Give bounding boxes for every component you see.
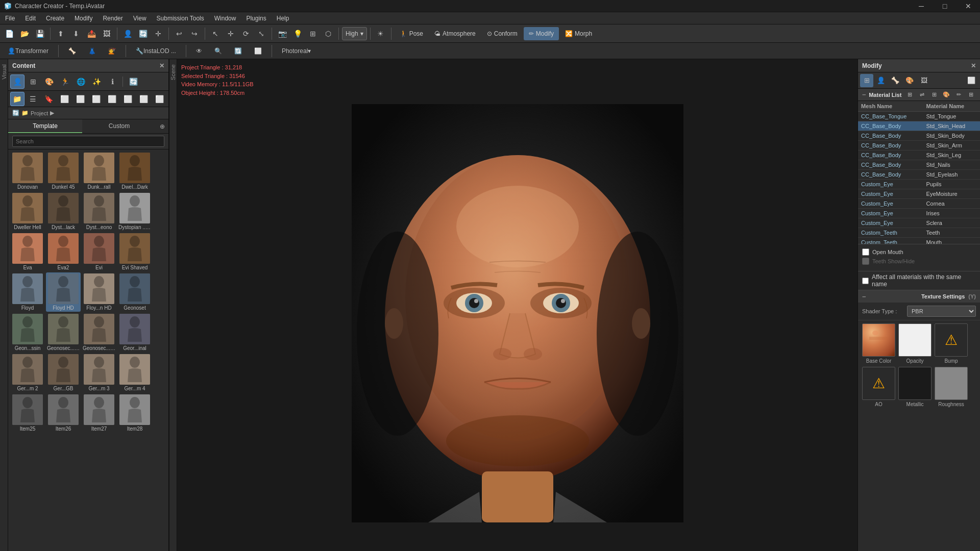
undo-button[interactable]: ↩ xyxy=(172,27,186,41)
content-item[interactable]: Geor...inal xyxy=(117,313,152,352)
mat-arrows-icon[interactable]: ⇌ xyxy=(917,90,927,100)
quality-dropdown[interactable]: High ▾ xyxy=(342,27,367,40)
info-icon-btn[interactable]: ℹ xyxy=(105,74,119,89)
modify-mode-button[interactable]: ✏ Modify xyxy=(524,27,559,40)
shader-type-select[interactable]: PBR Std Unlit xyxy=(907,306,976,317)
menu-modify[interactable]: Modify xyxy=(69,12,97,24)
table-row[interactable]: Custom_EyeSclera xyxy=(858,218,980,228)
content-item[interactable]: Dystopian ...ja White A xyxy=(117,192,152,231)
table-row[interactable]: Custom_EyePupils xyxy=(858,180,980,189)
content-item[interactable]: Eva xyxy=(10,232,45,271)
mat-filter-icon[interactable]: ⊞ xyxy=(929,90,939,100)
morph-mode-button[interactable]: 🔀 Morph xyxy=(560,27,597,40)
scene-icon-btn[interactable]: 🌐 xyxy=(74,74,88,89)
redo-button[interactable]: ↪ xyxy=(187,27,202,41)
rotate3d-button[interactable]: ⟳ xyxy=(239,27,253,41)
scale-button[interactable]: ⤡ xyxy=(254,27,268,41)
box4-icon-btn[interactable]: ⬜ xyxy=(120,92,135,106)
rotate-button[interactable]: 🔄 xyxy=(136,27,150,41)
accessories-icon-btn[interactable]: ⊞ xyxy=(26,74,40,89)
mat-add-icon[interactable]: ⊞ xyxy=(966,90,976,100)
content-item[interactable]: Evi Shaved xyxy=(117,232,152,271)
content-item[interactable]: Dunkel 45 xyxy=(46,152,81,191)
content-item[interactable]: Eva2 xyxy=(46,232,81,271)
import-button[interactable]: ⬆ xyxy=(54,27,68,41)
open-button[interactable]: 📂 xyxy=(17,27,32,41)
animation-icon-btn[interactable]: 🏃 xyxy=(58,74,72,89)
content-item[interactable]: Geon...ssin xyxy=(10,313,45,352)
box2-icon-btn[interactable]: ⬜ xyxy=(89,92,104,106)
menu-create[interactable]: Create xyxy=(41,12,69,24)
tab-expand-icon[interactable]: ⊕ xyxy=(156,119,168,133)
template-tab[interactable]: Template xyxy=(8,119,82,133)
table-row[interactable]: CC_Base_BodyStd_Nails xyxy=(858,160,980,170)
fx-icon-btn[interactable]: ✨ xyxy=(89,74,104,89)
list-icon-btn[interactable]: ☰ xyxy=(26,92,40,106)
grid-button[interactable]: ⊞ xyxy=(306,27,320,41)
mat-edit-icon[interactable]: ✏ xyxy=(953,90,964,100)
content-item[interactable]: Floy...n HD xyxy=(82,272,116,312)
close-right-icon[interactable]: ✕ xyxy=(971,62,976,69)
content-item[interactable]: Geonosec...Bones GB xyxy=(46,313,81,352)
box-icon-btn[interactable]: ⬜ xyxy=(74,92,88,106)
content-item[interactable]: Ger...GB xyxy=(46,353,81,392)
folder-icon-btn[interactable]: 📁 xyxy=(10,92,24,106)
mat-color-icon[interactable]: 🎨 xyxy=(941,90,951,100)
affect-all-checkbox[interactable] xyxy=(862,278,869,284)
pose-mode-button[interactable]: 🚶 Pose xyxy=(395,27,428,40)
wireframe-button[interactable]: ⬡ xyxy=(321,27,335,41)
atmosphere-mode-button[interactable]: 🌤 Atmosphere xyxy=(429,27,481,40)
content-item[interactable]: Item25 xyxy=(10,393,45,433)
content-item[interactable]: Item27 xyxy=(82,393,116,433)
open-mouth-label[interactable]: Open Mouth xyxy=(872,249,903,255)
open-mouth-checkbox[interactable] xyxy=(862,248,869,256)
close-button[interactable]: ✕ xyxy=(957,0,980,12)
content-item[interactable]: Ger...m 3 xyxy=(82,353,116,392)
content-item[interactable]: Dwel...Dark xyxy=(117,152,152,191)
eye-button[interactable]: 👁 xyxy=(191,44,207,58)
translate-button[interactable]: ✛ xyxy=(224,27,238,41)
bookmark-icon-btn[interactable]: 🔖 xyxy=(42,92,56,106)
menu-plugins[interactable]: Plugins xyxy=(241,12,271,24)
renderer-toggle[interactable]: Photoreal ▾ xyxy=(277,44,315,58)
hair-button[interactable]: 💇 xyxy=(104,44,120,58)
content-item[interactable]: Donovan xyxy=(10,152,45,191)
table-row[interactable]: CC_Base_BodyStd_Skin_Head xyxy=(858,121,980,131)
breadcrumb-project[interactable]: Project xyxy=(31,110,48,116)
avatar-icon-btn[interactable]: 👤 xyxy=(10,74,24,89)
table-row[interactable]: Custom_TeethMouth xyxy=(858,238,980,244)
figure-button[interactable]: 👤 xyxy=(120,27,135,41)
menu-file[interactable]: File xyxy=(0,12,20,24)
material-icon-btn[interactable]: 🎨 xyxy=(42,74,56,89)
minimize-button[interactable]: ─ xyxy=(910,0,933,12)
content-item[interactable]: Geonoset xyxy=(117,272,152,312)
box6-icon-btn[interactable]: ⬜ xyxy=(152,92,166,106)
refresh-icon[interactable]: 🔄 xyxy=(12,110,19,116)
cloth-button[interactable]: 👗 xyxy=(84,44,101,58)
mat-grid-icon[interactable]: ⊞ xyxy=(904,90,915,100)
install-lod-button[interactable]: 🔧 InstaLOD ... xyxy=(131,44,181,58)
sun-button[interactable]: ☀ xyxy=(374,27,388,41)
content-item[interactable]: Geonosec...assin GB xyxy=(82,313,116,352)
table-row[interactable]: Custom_TeethTeeth xyxy=(858,228,980,238)
export-button[interactable]: ⬇ xyxy=(69,27,83,41)
content-item[interactable]: Evi xyxy=(82,232,116,271)
menu-edit[interactable]: Edit xyxy=(20,12,41,24)
roughness-thumb[interactable] xyxy=(935,367,968,400)
viewport[interactable]: Project Triangle : 31,218 Selected Trian… xyxy=(177,59,857,551)
base-color-thumb[interactable] xyxy=(862,323,895,357)
metallic-thumb[interactable] xyxy=(898,367,932,400)
table-row[interactable]: Custom_EyeCornea xyxy=(858,199,980,209)
table-row[interactable]: Custom_EyeEyeMoisture xyxy=(858,189,980,199)
expand-button[interactable]: ⬜ xyxy=(250,44,266,58)
shader-tab-icon[interactable]: 🎨 xyxy=(903,74,916,87)
content-item[interactable]: Item26 xyxy=(46,393,81,433)
table-row[interactable]: CC_Base_BodyStd_Skin_Body xyxy=(858,131,980,141)
content-item[interactable]: Floyd xyxy=(10,272,45,312)
opacity-thumb[interactable] xyxy=(898,323,932,357)
content-item[interactable]: Dunk...rall xyxy=(82,152,116,191)
box5-icon-btn[interactable]: ⬜ xyxy=(136,92,151,106)
content-item[interactable]: Item28 xyxy=(117,393,152,433)
conform-mode-button[interactable]: ⊙ Conform xyxy=(482,27,523,40)
table-row[interactable]: CC_Base_BodyStd_Skin_Leg xyxy=(858,151,980,160)
